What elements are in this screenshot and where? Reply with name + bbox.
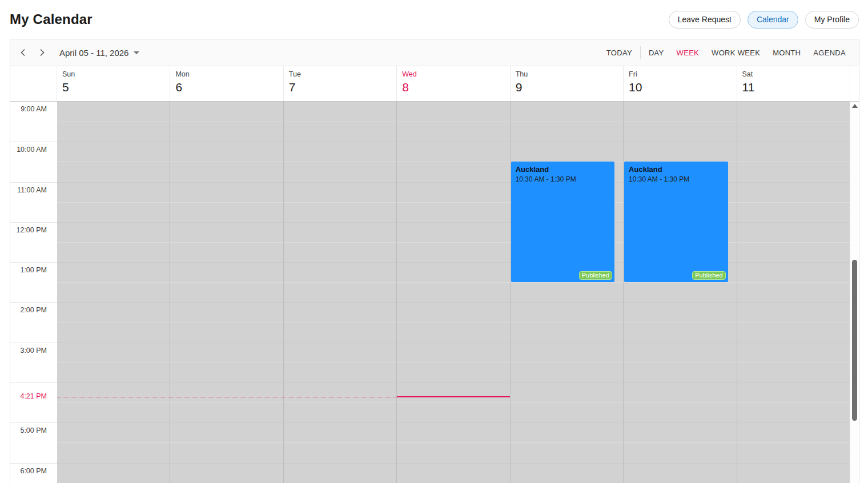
day-header-wed[interactable]: Wed8 — [396, 66, 509, 101]
grid-cell[interactable] — [397, 102, 509, 122]
grid-cell[interactable] — [737, 142, 850, 162]
scroll-up-arrow-icon[interactable] — [852, 104, 858, 108]
grid-cell[interactable] — [284, 363, 396, 383]
grid-cell[interactable] — [511, 442, 623, 462]
grid-cell[interactable] — [57, 122, 170, 142]
grid-cell[interactable] — [397, 422, 509, 442]
grid-cell[interactable] — [284, 222, 396, 242]
grid-cell[interactable] — [737, 122, 850, 142]
grid-cell[interactable] — [737, 363, 850, 383]
grid-cell[interactable] — [737, 162, 850, 182]
grid-cell[interactable] — [624, 463, 736, 483]
grid-cell[interactable] — [624, 383, 736, 402]
grid-cell[interactable] — [624, 102, 736, 122]
date-range-selector[interactable]: April 05 - 11, 2026 — [59, 48, 139, 58]
grid-cell[interactable] — [284, 463, 396, 483]
grid-cell[interactable] — [511, 422, 623, 442]
header-button-my-profile[interactable]: My Profile — [805, 11, 859, 29]
grid-cell[interactable] — [284, 242, 396, 262]
grid-cell[interactable] — [57, 282, 170, 302]
view-button-work-week[interactable]: WORK WEEK — [705, 45, 766, 61]
grid-cell[interactable] — [737, 242, 850, 262]
grid-cell[interactable] — [737, 383, 850, 402]
grid-cell[interactable] — [511, 463, 623, 483]
grid-cell[interactable] — [57, 343, 170, 363]
grid-cell[interactable] — [397, 442, 509, 462]
day-header-fri[interactable]: Fri10 — [623, 66, 736, 101]
header-button-leave-request[interactable]: Leave Request — [669, 11, 741, 29]
grid-cell[interactable] — [57, 102, 170, 122]
grid-cell[interactable] — [170, 262, 283, 282]
grid-cell[interactable] — [624, 323, 736, 343]
grid-cell[interactable] — [397, 182, 509, 202]
grid-cell[interactable] — [170, 282, 283, 302]
grid-cell[interactable] — [57, 202, 170, 222]
grid-cell[interactable] — [57, 323, 170, 343]
grid-cell[interactable] — [624, 363, 736, 383]
grid-cell[interactable] — [737, 282, 850, 302]
grid-cell[interactable] — [170, 202, 283, 222]
grid-cell[interactable] — [57, 162, 170, 182]
grid-cell[interactable] — [284, 202, 396, 222]
day-header-sun[interactable]: Sun5 — [57, 66, 170, 101]
view-button-month[interactable]: MONTH — [766, 45, 807, 61]
grid-cell[interactable] — [511, 282, 623, 302]
grid-cell[interactable] — [397, 343, 509, 363]
grid-cell[interactable] — [511, 383, 623, 402]
grid-cell[interactable] — [397, 363, 509, 383]
grid-cell[interactable] — [624, 343, 736, 363]
grid-cell[interactable] — [511, 122, 623, 142]
grid-cell[interactable] — [737, 442, 850, 462]
grid-cell[interactable] — [397, 162, 509, 182]
grid-cell[interactable] — [397, 282, 509, 302]
grid-cell[interactable] — [397, 402, 509, 422]
day-header-sat[interactable]: Sat11 — [737, 66, 850, 101]
grid-cell[interactable] — [284, 262, 396, 282]
view-button-day[interactable]: DAY — [642, 45, 670, 61]
grid-cell[interactable] — [737, 463, 850, 483]
grid-cell[interactable] — [170, 343, 283, 363]
grid-cell[interactable] — [624, 302, 736, 322]
grid-cell[interactable] — [57, 463, 170, 483]
grid-cell[interactable] — [624, 122, 736, 142]
grid-cell[interactable] — [57, 222, 170, 242]
grid-cell[interactable] — [57, 242, 170, 262]
day-header-mon[interactable]: Mon6 — [170, 66, 283, 101]
grid-cell[interactable] — [170, 122, 283, 142]
grid-cell[interactable] — [511, 402, 623, 422]
grid-cell[interactable] — [284, 402, 396, 422]
grid-cell[interactable] — [737, 323, 850, 343]
grid-cell[interactable] — [737, 222, 850, 242]
grid-cell[interactable] — [624, 442, 736, 462]
grid-cell[interactable] — [57, 262, 170, 282]
grid-cell[interactable] — [511, 142, 623, 162]
grid-cell[interactable] — [624, 402, 736, 422]
grid-cell[interactable] — [511, 302, 623, 322]
grid-cell[interactable] — [397, 122, 509, 142]
grid-cell[interactable] — [284, 142, 396, 162]
scrollbar[interactable] — [850, 102, 859, 483]
grid-cell[interactable] — [284, 162, 396, 182]
grid-cell[interactable] — [284, 302, 396, 322]
grid-cell[interactable] — [57, 402, 170, 422]
grid-cell[interactable] — [170, 323, 283, 343]
grid-cell[interactable] — [284, 422, 396, 442]
grid-cell[interactable] — [737, 402, 850, 422]
today-button[interactable]: TODAY — [600, 45, 638, 61]
grid-cell[interactable] — [397, 323, 509, 343]
grid-cell[interactable] — [737, 182, 850, 202]
grid-cell[interactable] — [397, 142, 509, 162]
grid-cell[interactable] — [737, 343, 850, 363]
prev-week-button[interactable] — [15, 44, 32, 61]
grid-cell[interactable] — [284, 323, 396, 343]
event-auckland[interactable]: Auckland10:30 AM - 1:30 PMPublished — [511, 162, 614, 282]
grid-cell[interactable] — [284, 383, 396, 402]
grid-cell[interactable] — [170, 463, 283, 483]
event-auckland[interactable]: Auckland10:30 AM - 1:30 PMPublished — [624, 162, 728, 282]
grid-cell[interactable] — [170, 182, 283, 202]
grid-cell[interactable] — [737, 102, 850, 122]
grid-cell[interactable] — [737, 262, 850, 282]
grid-cell[interactable] — [397, 242, 509, 262]
grid-cell[interactable] — [170, 242, 283, 262]
grid-cell[interactable] — [397, 262, 509, 282]
